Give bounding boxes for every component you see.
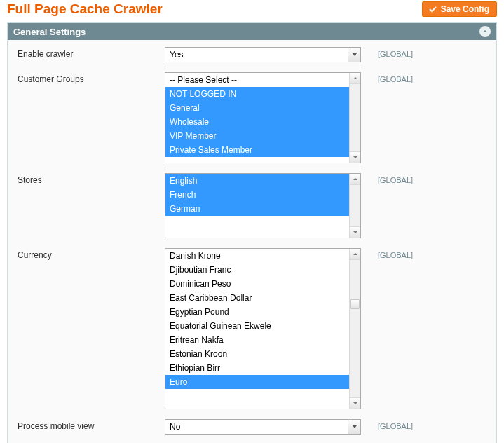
enable-crawler-select[interactable]: Yes bbox=[165, 47, 361, 62]
list-item[interactable]: NOT LOGGED IN bbox=[165, 87, 349, 101]
list-item[interactable]: Equatorial Guinean Ekwele bbox=[165, 319, 349, 333]
list-item[interactable]: Djiboutian Franc bbox=[165, 263, 349, 277]
list-item[interactable]: VIP Member bbox=[165, 129, 349, 143]
chevron-down-icon bbox=[348, 48, 360, 62]
scope-label: [GLOBAL] bbox=[361, 72, 413, 83]
list-item[interactable]: East Caribbean Dollar bbox=[165, 291, 349, 305]
list-item[interactable]: Wholesale bbox=[165, 115, 349, 129]
scroll-up-icon[interactable] bbox=[350, 174, 360, 185]
list-item[interactable]: Ethiopian Birr bbox=[165, 361, 349, 375]
currency-multiselect[interactable]: Danish KroneDjiboutian FrancDominican Pe… bbox=[165, 248, 361, 409]
scope-label: [GLOBAL] bbox=[361, 173, 413, 184]
page-title: Full Page Cache Crawler bbox=[7, 1, 163, 17]
stores-label: Stores bbox=[18, 173, 165, 185]
process-mobile-value: No bbox=[165, 420, 184, 434]
collapse-icon[interactable] bbox=[479, 26, 491, 37]
customer-groups-multiselect[interactable]: -- Please Select --NOT LOGGED INGeneralW… bbox=[165, 72, 361, 163]
save-config-label: Save Config bbox=[441, 4, 489, 14]
customer-groups-label: Customer Groups bbox=[18, 72, 165, 84]
list-item[interactable]: Egyptian Pound bbox=[165, 305, 349, 319]
list-item[interactable]: English bbox=[165, 174, 349, 188]
scrollbar[interactable] bbox=[349, 249, 360, 409]
scope-label: [GLOBAL] bbox=[361, 248, 413, 259]
list-item[interactable]: Eritrean Nakfa bbox=[165, 333, 349, 347]
process-mobile-select[interactable]: No bbox=[165, 419, 361, 435]
check-icon bbox=[428, 5, 437, 14]
chevron-down-icon bbox=[348, 420, 360, 434]
panel-title: General Settings bbox=[13, 27, 86, 37]
process-mobile-label: Process mobile view bbox=[18, 419, 165, 431]
list-item[interactable]: Euro bbox=[165, 375, 349, 389]
currency-label: Currency bbox=[18, 248, 165, 260]
scroll-up-icon[interactable] bbox=[350, 73, 360, 84]
general-settings-panel: General Settings Enable crawler Yes [GLO… bbox=[7, 22, 497, 443]
save-config-button[interactable]: Save Config bbox=[422, 1, 497, 17]
scrollbar-thumb[interactable] bbox=[350, 299, 360, 309]
scope-label: [GLOBAL] bbox=[361, 47, 413, 58]
list-item[interactable]: -- Please Select -- bbox=[165, 73, 349, 87]
list-item[interactable]: Private Sales Member bbox=[165, 143, 349, 157]
scroll-down-icon[interactable] bbox=[350, 151, 360, 163]
list-item[interactable]: Estonian Kroon bbox=[165, 347, 349, 361]
list-item[interactable]: Danish Krone bbox=[165, 249, 349, 263]
scroll-down-icon[interactable] bbox=[350, 226, 360, 238]
scope-label: [GLOBAL] bbox=[361, 419, 413, 430]
enable-crawler-label: Enable crawler bbox=[18, 47, 165, 59]
list-item[interactable]: French bbox=[165, 188, 349, 202]
enable-crawler-value: Yes bbox=[165, 48, 188, 62]
scrollbar[interactable] bbox=[349, 174, 360, 238]
list-item[interactable]: Dominican Peso bbox=[165, 277, 349, 291]
scrollbar[interactable] bbox=[349, 73, 360, 163]
stores-multiselect[interactable]: EnglishFrenchGerman bbox=[165, 173, 361, 238]
list-item[interactable]: General bbox=[165, 101, 349, 115]
scroll-down-icon[interactable] bbox=[350, 397, 360, 409]
list-item[interactable]: German bbox=[165, 202, 349, 216]
scroll-up-icon[interactable] bbox=[350, 249, 360, 260]
panel-header[interactable]: General Settings bbox=[8, 23, 496, 40]
